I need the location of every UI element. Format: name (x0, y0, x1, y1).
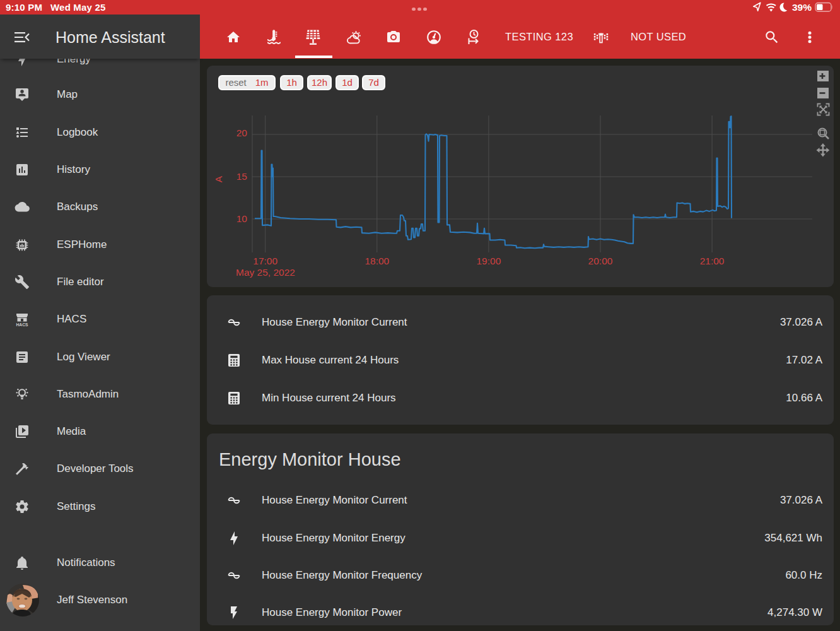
svg-text:19:00: 19:00 (477, 256, 501, 266)
svg-text:18:00: 18:00 (365, 256, 389, 266)
svg-text:17:00: 17:00 (253, 256, 277, 266)
svg-text:May 25, 2022: May 25, 2022 (236, 267, 295, 278)
svg-text:10: 10 (236, 213, 248, 224)
svg-text:20:00: 20:00 (588, 256, 613, 266)
svg-text:39%: 39% (792, 2, 812, 13)
svg-text:15: 15 (236, 171, 247, 182)
svg-text:21:00: 21:00 (700, 256, 725, 266)
svg-text:20: 20 (236, 127, 248, 138)
svg-text:A: A (213, 175, 224, 182)
